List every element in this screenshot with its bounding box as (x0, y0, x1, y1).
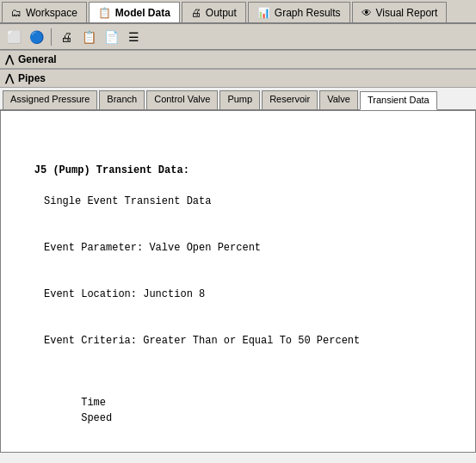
subtab-pump[interactable]: Pump (219, 90, 260, 109)
tab-output-label: Output (206, 7, 237, 19)
workspace-icon: 🗂 (11, 7, 22, 19)
toolbar-separator-1 (51, 28, 52, 46)
top-tab-bar: 🗂 Workspace 📋 Model Data 🖨 Output 📊 Grap… (0, 0, 476, 24)
j5-col1-header: Time (81, 395, 133, 411)
output-icon: 🖨 (191, 7, 201, 19)
tab-workspace-label: Workspace (26, 7, 77, 19)
section-header-general[interactable]: ⋀ General (0, 50, 476, 69)
subtab-assigned-pressure-label: Assigned Pressure (10, 94, 90, 104)
graph-results-icon: 📊 (257, 7, 270, 19)
subtab-assigned-pressure[interactable]: Assigned Pressure (3, 90, 97, 109)
section-pipes-label: Pipes (18, 72, 46, 84)
toolbar-new-btn[interactable]: ⬜ (3, 28, 24, 46)
j5-line-1: Single Event Transient Data (9, 194, 467, 209)
block-j5: J5 (Pump) Transient Data: Single Event T… (9, 147, 467, 453)
tab-workspace[interactable]: 🗂 Workspace (2, 2, 87, 22)
section-header-pipes[interactable]: ⋀ Pipes (0, 69, 476, 88)
subtab-branch[interactable]: Branch (99, 90, 145, 109)
block-j5-title: J5 (Pump) Transient Data: (34, 164, 189, 176)
j5-col2-header: Speed (81, 411, 133, 426)
model-data-icon: 📋 (98, 7, 111, 19)
section-general-label: General (18, 53, 57, 65)
subtab-branch-label: Branch (107, 94, 137, 104)
subtab-transient-data[interactable]: Transient Data (360, 91, 437, 110)
subtab-pump-label: Pump (227, 94, 252, 104)
toolbar: ⬜ 🔵 🖨 📋 📄 ☰ (0, 24, 476, 50)
tab-graph-results[interactable]: 📊 Graph Results (248, 2, 350, 22)
subtab-control-valve[interactable]: Control Valve (146, 90, 218, 109)
toolbar-open-btn[interactable]: 🔵 (26, 28, 46, 46)
subtab-control-valve-label: Control Valve (154, 94, 210, 104)
tab-visual-report-label: Visual Report (376, 7, 438, 19)
toolbar-copy-btn[interactable]: 📋 (78, 28, 99, 46)
general-chevron-icon: ⋀ (5, 53, 14, 65)
toolbar-print-btn[interactable]: 🖨 (56, 28, 77, 46)
j5-line-3: Event Location: Junction 8 (9, 287, 467, 302)
sub-tab-bar: Assigned Pressure Branch Control Valve P… (0, 88, 476, 110)
tab-model-data[interactable]: 📋 Model Data (89, 2, 180, 22)
j5-header-row: Time Speed (9, 380, 467, 441)
tab-graph-results-label: Graph Results (275, 7, 341, 19)
subtab-valve[interactable]: Valve (319, 90, 358, 109)
subtab-reservoir-label: Reservoir (269, 94, 310, 104)
toolbar-paste-btn[interactable]: 📄 (101, 28, 121, 46)
pipes-chevron-icon: ⋀ (5, 72, 14, 84)
tab-model-data-label: Model Data (115, 7, 170, 19)
subtab-reservoir[interactable]: Reservoir (262, 90, 318, 109)
toolbar-menu-btn[interactable]: ☰ (123, 28, 144, 46)
subtab-transient-data-label: Transient Data (368, 95, 430, 105)
tab-visual-report[interactable]: 👁 Visual Report (352, 2, 448, 22)
j5-line-2: Event Parameter: Valve Open Percent (9, 240, 467, 256)
content-area: J5 (Pump) Transient Data: Single Event T… (0, 110, 476, 453)
subtab-valve-label: Valve (327, 94, 350, 104)
j5-line-4: Event Criteria: Greater Than or Equal To… (9, 333, 467, 349)
visual-report-icon: 👁 (362, 7, 372, 19)
tab-output[interactable]: 🖨 Output (182, 2, 246, 22)
